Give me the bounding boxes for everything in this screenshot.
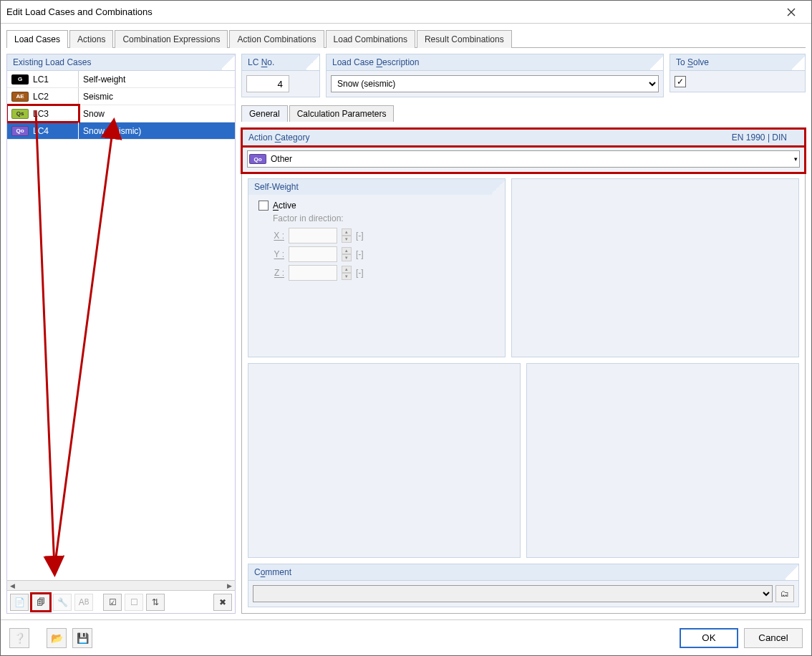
tag-badge: Qo	[249, 154, 266, 164]
subtab-general[interactable]: General	[241, 105, 288, 122]
empty-panel-1	[511, 178, 799, 357]
existing-header: Existing Load Cases	[7, 54, 235, 71]
active-checkbox-row[interactable]: Active	[258, 201, 495, 211]
tab-load-combinations[interactable]: Load Combinations	[326, 30, 415, 48]
subtab-calc-params[interactable]: Calculation Parameters	[289, 105, 395, 122]
list-item[interactable]: AELC2 Seismic	[7, 88, 235, 105]
standard-label: EN 1990 | DIN	[732, 132, 787, 143]
deselect-button: ☐	[125, 594, 143, 611]
save-button[interactable]: 💾	[72, 628, 92, 648]
subtabstrip: General Calculation Parameters	[241, 105, 806, 121]
lc-no-header: LC No.	[241, 54, 320, 71]
list-item[interactable]: QsLC3 Snow	[7, 105, 235, 122]
delete-button[interactable]: ✖	[213, 594, 232, 611]
close-button[interactable]	[777, 2, 806, 22]
factor-label: Factor in direction:	[273, 213, 495, 223]
chevron-down-icon: ▾	[794, 155, 798, 163]
self-weight-header: Self-Weight	[248, 179, 505, 195]
list-item[interactable]: GLC1 Self-weight	[7, 71, 235, 88]
close-icon	[787, 8, 796, 16]
active-checkbox[interactable]	[258, 201, 269, 211]
tag-badge: AE	[11, 92, 29, 102]
tag-badge: G	[11, 74, 29, 85]
empty-panel-2	[248, 363, 521, 558]
action-category-select[interactable]: Qo Other ▾	[247, 150, 800, 168]
spin-up-icon: ▴	[342, 247, 352, 254]
to-solve-checkbox[interactable]: ✓	[675, 76, 686, 87]
factor-z-input	[289, 265, 337, 281]
horizontal-scrollbar[interactable]: ◀ ▶	[7, 580, 235, 590]
tag-badge: Qs	[11, 109, 29, 119]
list-toolbar: 📄 🗐 🔧 AB ☑ ☐ ⇅ ✖	[7, 590, 235, 613]
spin-down-icon: ▾	[342, 236, 352, 243]
copy-button[interactable]: 🗐	[32, 594, 50, 611]
tab-load-cases[interactable]: Load Cases	[6, 30, 68, 48]
open-button[interactable]: 📂	[47, 628, 67, 648]
list-item[interactable]: QoLC4 Snow (seismic)	[7, 122, 235, 140]
comment-library-button[interactable]: 🗂	[775, 585, 794, 602]
comment-select[interactable]	[253, 585, 773, 602]
scroll-left-icon[interactable]: ◀	[10, 582, 15, 589]
window-title: Edit Load Cases and Combinations	[6, 6, 777, 17]
lc-desc-header: Load Case Description	[326, 54, 664, 71]
lc-desc-select[interactable]: Snow (seismic)	[331, 75, 659, 92]
tag-badge: Qo	[11, 126, 29, 136]
empty-panel-3	[526, 363, 799, 558]
spin-down-icon: ▾	[342, 273, 352, 280]
new-button[interactable]: 📄	[10, 594, 29, 611]
spin-down-icon: ▾	[342, 254, 352, 261]
help-button[interactable]: ❔	[9, 628, 29, 648]
tab-action-combinations[interactable]: Action Combinations	[229, 30, 324, 48]
assign-b-button: AB	[74, 594, 93, 611]
main-tabstrip: Load Cases Actions Combination Expressio…	[1, 24, 811, 47]
action-category-header: Action Category EN 1990 | DIN	[242, 129, 805, 146]
comment-header: Comment	[248, 564, 799, 581]
cancel-button[interactable]: Cancel	[744, 628, 803, 648]
self-weight-panel: Self-Weight Active Factor in direction: …	[248, 178, 506, 357]
existing-load-cases-panel: Existing Load Cases GLC1 Self-weight AEL…	[6, 54, 236, 614]
toggle-button[interactable]: ⇅	[146, 594, 165, 611]
tab-combination-expressions[interactable]: Combination Expressions	[115, 30, 228, 48]
ok-button[interactable]: OK	[680, 628, 738, 648]
lc-no-input[interactable]	[246, 75, 289, 92]
scroll-right-icon[interactable]: ▶	[227, 582, 232, 589]
assign-button: 🔧	[53, 594, 72, 611]
spin-up-icon: ▴	[342, 228, 352, 236]
factor-y-input	[289, 246, 337, 262]
factor-x-input	[289, 228, 337, 243]
tab-result-combinations[interactable]: Result Combinations	[417, 30, 512, 48]
load-case-list[interactable]: GLC1 Self-weight AELC2 Seismic QsLC3 Sno…	[7, 71, 235, 580]
to-solve-header: To Solve	[670, 54, 806, 71]
tab-actions[interactable]: Actions	[69, 30, 113, 48]
spin-up-icon: ▴	[342, 266, 352, 273]
select-all-button[interactable]: ☑	[103, 594, 122, 611]
